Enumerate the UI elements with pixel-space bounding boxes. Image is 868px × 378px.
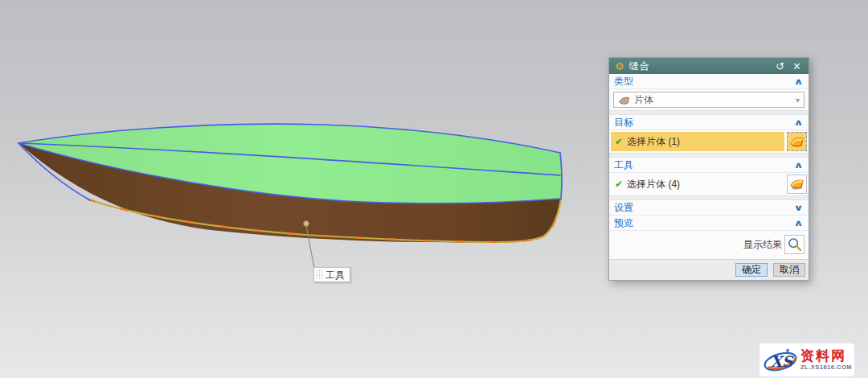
xs-logo-icon: XS <box>762 345 799 376</box>
model-annotation-tool[interactable]: 工具 <box>313 267 350 282</box>
tool-select-label: 选择片体 (4) <box>627 178 680 191</box>
section-header-tool[interactable]: 工具 ∧ <box>609 158 809 173</box>
section-header-type[interactable]: 类型 ∧ <box>609 74 809 89</box>
sheet-surface-icon <box>789 178 805 191</box>
chevron-down-icon[interactable]: ∨ <box>793 203 803 213</box>
watermark-badge: XS 资料网 ZL.XS1616.COM <box>760 343 854 376</box>
chevron-up-icon[interactable]: ∧ <box>793 76 803 87</box>
close-icon[interactable]: ✕ <box>791 61 803 72</box>
dialog-titlebar[interactable]: ⚙ 缝合 ↺ ✕ <box>609 58 809 74</box>
sew-dialog: ⚙ 缝合 ↺ ✕ 类型 ∧ 片体 ▾ 目标 ∧ ✔ 选择片体 (1) <box>608 57 809 281</box>
magnifier-icon <box>788 237 802 252</box>
chevron-up-icon[interactable]: ∧ <box>793 160 803 171</box>
dialog-footer: 确定 取消 <box>609 259 809 280</box>
check-icon: ✔ <box>615 179 623 190</box>
chevron-up-icon[interactable]: ∧ <box>793 218 803 228</box>
sheet-surface-icon <box>789 135 805 148</box>
sheet-body-icon <box>618 95 630 105</box>
tool-select-sheet-button[interactable] <box>787 175 807 194</box>
ok-button[interactable]: 确定 <box>735 263 768 277</box>
reset-icon[interactable]: ↺ <box>774 61 786 72</box>
gear-icon: ⚙ <box>615 61 624 72</box>
dialog-title: 缝合 <box>629 60 770 73</box>
cancel-button[interactable]: 取消 <box>773 263 805 277</box>
section-header-target[interactable]: 目标 ∧ <box>609 115 809 130</box>
type-dropdown-value: 片体 <box>634 93 653 107</box>
show-result-label: 显示结果 <box>743 238 782 252</box>
chevron-down-caret-icon: ▾ <box>796 96 800 105</box>
section-label-tool: 工具 <box>614 158 633 172</box>
watermark-site-name: 资料网 <box>800 349 852 363</box>
target-select-label: 选择片体 (1) <box>627 135 680 149</box>
drag-grip-icon[interactable] <box>316 269 322 280</box>
chevron-up-icon[interactable]: ∧ <box>793 117 803 128</box>
check-icon: ✔ <box>615 136 623 147</box>
section-label-settings: 设置 <box>614 201 633 215</box>
section-header-settings[interactable]: 设置 ∨ <box>609 200 809 216</box>
target-select-sheet-button[interactable] <box>787 132 807 151</box>
section-label-type: 类型 <box>614 75 633 88</box>
tooltip-handle-ball[interactable] <box>304 221 309 227</box>
section-label-preview: 预览 <box>614 216 633 230</box>
annotation-label: 工具 <box>322 268 350 281</box>
type-dropdown[interactable]: 片体 ▾ <box>613 92 805 108</box>
watermark-site-url: ZL.XS1616.COM <box>800 364 852 371</box>
section-header-preview[interactable]: 预览 ∧ <box>609 216 809 231</box>
xs-logo-text: XS <box>771 352 794 369</box>
target-select-row[interactable]: ✔ 选择片体 (1) <box>611 132 784 151</box>
show-result-button[interactable] <box>784 235 805 254</box>
tool-select-row[interactable]: ✔ 选择片体 (4) <box>611 175 784 194</box>
section-label-target: 目标 <box>614 116 633 129</box>
